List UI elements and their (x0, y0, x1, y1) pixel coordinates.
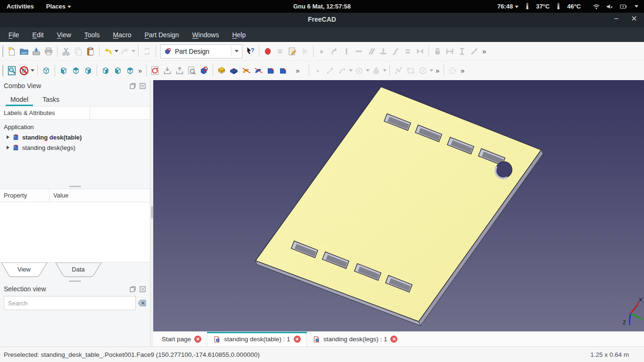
groove-button[interactable] (252, 65, 264, 77)
view-axonometric-button[interactable] (40, 65, 52, 77)
partdesign-overflow-chevron[interactable]: » (294, 66, 301, 74)
menu-view[interactable]: View (51, 29, 77, 41)
view-bottom-button[interactable] (112, 65, 124, 77)
tab-data-label[interactable]: Data (72, 266, 85, 273)
menu-file[interactable]: File (3, 29, 25, 41)
expander-icon[interactable] (7, 135, 9, 139)
macro-play-button[interactable] (298, 45, 311, 58)
pad-button[interactable] (215, 65, 228, 77)
splitter-handle[interactable] (0, 279, 150, 283)
close-panel-icon[interactable] (139, 82, 146, 90)
close-panel-icon[interactable] (139, 286, 146, 293)
workbench-selector[interactable]: Part Design (160, 44, 242, 58)
paste-button[interactable] (84, 45, 97, 58)
property-table-body[interactable] (0, 202, 150, 263)
constraint-parallel-button[interactable] (365, 45, 377, 58)
undo-dropdown-icon[interactable] (114, 50, 119, 52)
battery-charging-icon[interactable] (619, 2, 628, 11)
cut-button[interactable] (60, 45, 72, 58)
close-tab-icon[interactable]: ✕ (294, 336, 301, 343)
create-sketch-button[interactable] (149, 65, 161, 77)
whats-this-button[interactable] (244, 45, 256, 58)
float-panel-icon[interactable] (129, 286, 136, 293)
toolbar-handle[interactable] (2, 46, 3, 57)
tree-item-standing-desk-table[interactable]: standing desk(table) (0, 132, 150, 142)
draw-style-dropdown-icon[interactable] (30, 69, 35, 72)
constraint-vertical-button[interactable] (340, 45, 353, 58)
tab-standing-desk-table[interactable]: standing desk(table) : 1 ✕ (207, 332, 306, 346)
sketch-conic-button[interactable] (370, 65, 382, 77)
constraint-equal-button[interactable] (402, 45, 414, 58)
merge-sketch-up-button[interactable] (173, 65, 186, 77)
toolbar-handle[interactable] (2, 65, 3, 76)
chamfer-button[interactable] (277, 65, 289, 77)
tab-start-page[interactable]: Start page ✕ (156, 332, 207, 346)
expander-icon[interactable] (7, 146, 9, 149)
constraint-symmetric-button[interactable] (414, 45, 426, 58)
round-hole[interactable] (496, 162, 512, 178)
selection-view-list[interactable] (0, 312, 150, 346)
tab-model[interactable]: Model (5, 94, 34, 106)
system-stat[interactable]: 76:48 (497, 3, 519, 10)
sketch-line-button[interactable] (324, 65, 336, 77)
sketch-point-button[interactable] (312, 65, 324, 77)
revolution-button[interactable] (240, 65, 252, 77)
constraint-lock-button[interactable] (431, 45, 444, 58)
redo-dropdown-icon[interactable] (131, 50, 136, 52)
open-button[interactable] (18, 45, 30, 58)
macro-record-button[interactable] (262, 45, 274, 58)
fillet-button[interactable] (264, 65, 277, 77)
map-sketch-to-face-button[interactable] (198, 65, 210, 77)
view-right-button[interactable] (82, 65, 94, 77)
tab-standing-desk-legs[interactable]: standing desk(legs) : 1 ✕ (307, 332, 404, 346)
sketch-arc-dropdown-icon[interactable] (348, 69, 353, 72)
sketch-rectangle-button[interactable] (405, 65, 417, 77)
constraint-horizontal-distance-button[interactable] (444, 45, 456, 58)
menu-macro[interactable]: Macro (107, 29, 137, 41)
tree-root-application[interactable]: Application (0, 122, 150, 132)
close-tab-icon[interactable]: ✕ (194, 336, 201, 343)
geometry-overflow-chevron[interactable]: » (434, 66, 441, 74)
element-selection-button[interactable] (446, 65, 459, 77)
sketch-polygon-button[interactable] (417, 65, 429, 77)
menu-tools[interactable]: Tools (79, 29, 106, 41)
print-button[interactable] (42, 45, 55, 58)
close-button[interactable]: ✕ (629, 14, 639, 23)
toolbar-overflow-chevron[interactable]: » (480, 47, 488, 55)
sketch-circle-button[interactable] (353, 65, 365, 77)
new-document-button[interactable] (6, 45, 18, 58)
merge-sketch-down-button[interactable] (161, 65, 173, 77)
views-overflow-chevron[interactable]: » (136, 66, 144, 74)
sketch-polygon-dropdown-icon[interactable] (429, 69, 434, 72)
tab-tasks[interactable]: Tasks (37, 94, 65, 106)
3d-viewport[interactable]: X Y Z (153, 80, 644, 331)
search-input[interactable] (4, 296, 136, 310)
menu-help[interactable]: Help (226, 29, 251, 41)
sketch-conic-dropdown-icon[interactable] (382, 69, 387, 72)
view-top-button[interactable] (70, 65, 82, 77)
constraint-vertical-distance-button[interactable] (456, 45, 468, 58)
draw-style-button[interactable] (18, 65, 30, 77)
volume-muted-icon[interactable] (605, 2, 614, 11)
copy-button[interactable] (72, 45, 84, 58)
save-button[interactable] (30, 45, 42, 58)
workbench-dropdown-icon[interactable] (234, 50, 239, 52)
constraint-coincident-button[interactable] (316, 45, 328, 58)
menu-edit[interactable]: Edit (27, 29, 50, 41)
view-front-button[interactable] (58, 65, 70, 77)
macro-edit-button[interactable] (286, 45, 298, 58)
menu-windows[interactable]: Windows (187, 29, 225, 41)
tree-item-standing-desk-legs[interactable]: standing desk(legs) (0, 142, 150, 153)
constraint-point-on-object-button[interactable] (328, 45, 340, 58)
redo-button[interactable] (119, 45, 131, 58)
places-menu[interactable]: Places (46, 3, 71, 10)
minimize-button[interactable]: – (611, 14, 621, 23)
macro-stop-button[interactable] (274, 45, 286, 58)
sketch-polyline-button[interactable] (392, 65, 405, 77)
splitter-handle[interactable] (0, 184, 150, 189)
close-tab-icon[interactable]: ✕ (390, 336, 397, 343)
wifi-icon[interactable] (592, 2, 601, 11)
edit-overflow-chevron[interactable]: » (459, 66, 466, 74)
undo-button[interactable] (102, 45, 114, 58)
view-left-button[interactable] (124, 65, 136, 77)
